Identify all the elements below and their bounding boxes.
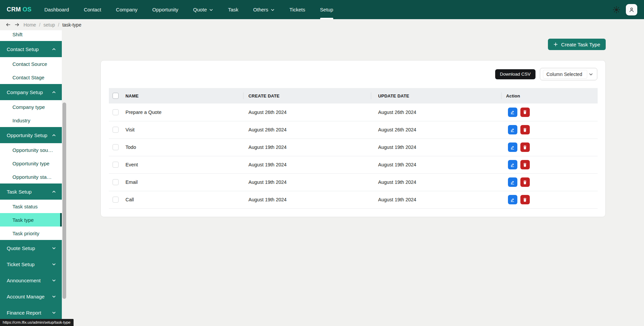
chevron-up-icon [52,190,56,194]
pencil-icon [510,197,515,202]
sidebar-item-contact-stage[interactable]: Contact Stage [0,71,62,84]
chevron-down-icon [52,246,56,250]
arrow-right-icon[interactable] [14,22,20,28]
edit-button[interactable] [508,195,517,204]
row-checkbox[interactable] [113,179,119,185]
chevron-down-icon [589,72,593,77]
delete-button[interactable] [520,177,530,187]
row-checkbox[interactable] [113,109,119,115]
nav-item-setup[interactable]: Setup [320,0,333,19]
sidebar-item-shift[interactable]: Shift [0,30,62,41]
task-type-card: Download CSV Column Selected NAME CREATE… [100,60,606,217]
select-all-checkbox[interactable] [113,93,119,99]
delete-button[interactable] [520,108,530,117]
nav-item-task[interactable]: Task [228,0,239,19]
theme-toggle-button[interactable] [612,5,621,14]
table-row: Prepare a Quote August 26th 2024 August … [109,104,598,121]
sidebar-item-opportunity-source[interactable]: Opportunity sou… [0,143,62,157]
task-type-name: Email [124,173,243,191]
delete-button[interactable] [520,195,530,204]
create-date: August 19th 2024 [243,138,371,156]
nav-item-dashboard[interactable]: Dashboard [44,0,69,19]
edit-button[interactable] [508,160,517,169]
nav-item-others[interactable]: Others [253,0,275,19]
main-panel: Create Task Type Download CSV Column Sel… [62,30,644,326]
chevron-down-icon [270,8,275,12]
status-url-tooltip: https://crm.lfix.us/admin/setup/task-typ… [0,319,74,326]
navbar-actions [612,0,637,19]
nav-item-contact[interactable]: Contact [84,0,101,19]
nav-item-opportunity[interactable]: Opportunity [152,0,178,19]
nav-item-quote[interactable]: Quote [193,0,213,19]
table-toolbar: Download CSV Column Selected [109,68,597,80]
sidebar-item-task-type[interactable]: Task type [0,213,62,227]
create-task-type-button[interactable]: Create Task Type [548,39,605,50]
nav-item-tickets[interactable]: Tickets [290,0,305,19]
sidebar-item-opportunity-type[interactable]: Opportunity type [0,157,62,170]
sidebar-scrollbar[interactable] [62,103,66,299]
sidebar-group-quote-setup[interactable]: Quote Setup [0,240,62,256]
breadcrumb-home[interactable]: Home [24,22,36,28]
sidebar-item-industry[interactable]: Industry [0,114,62,127]
delete-button[interactable] [520,125,530,134]
row-checkbox[interactable] [113,144,119,150]
column-selected-dropdown[interactable]: Column Selected [540,68,597,80]
delete-button[interactable] [520,142,530,152]
breadcrumb: Home / setup / task-type [0,19,644,30]
table-row: Visit August 26th 2024 August 26th 2024 [109,121,598,138]
pencil-icon [510,180,515,185]
trash-icon [522,197,527,202]
edit-button[interactable] [508,108,517,117]
row-checkbox[interactable] [113,162,119,168]
app-logo[interactable]: CRM OS [7,0,32,19]
sidebar-group-contact-setup[interactable]: Contact Setup [0,41,62,57]
edit-button[interactable] [508,125,517,134]
sidebar-group-announcement[interactable]: Announcement [0,272,62,288]
trash-icon [522,145,527,150]
chevron-down-icon [209,8,213,12]
sidebar-group-company-setup[interactable]: Company Setup [0,84,62,100]
sidebar-group-opportunity-setup[interactable]: Opportunity Setup [0,127,62,143]
sidebar-item-contact-source[interactable]: Contact Source [0,57,62,71]
logo-primary: CRM [7,6,21,13]
chevron-down-icon [52,311,56,315]
plus-icon [553,42,558,47]
sidebar-group-ticket-setup[interactable]: Ticket Setup [0,256,62,272]
chevron-up-icon [52,90,56,94]
sidebar-item-opportunity-stage[interactable]: Opportunity sta… [0,170,62,184]
breadcrumb-setup[interactable]: setup [43,22,55,28]
breadcrumb-separator: / [39,22,40,28]
row-checkbox[interactable] [113,127,119,133]
table-header-row: NAME CREATE DATE UPDATE DATE Action [109,88,598,104]
sidebar-item-task-priority[interactable]: Task priority [0,227,62,240]
arrow-left-icon[interactable] [5,22,11,28]
update-date: August 19th 2024 [371,191,501,208]
sidebar-item-task-status[interactable]: Task status [0,200,62,213]
row-checkbox[interactable] [113,197,119,203]
trash-icon [522,180,527,185]
edit-button[interactable] [508,177,517,187]
delete-button[interactable] [520,160,530,169]
download-csv-button[interactable]: Download CSV [495,69,535,79]
task-type-name: Call [124,191,243,208]
profile-button[interactable] [626,4,637,15]
pencil-icon [510,127,515,132]
trash-icon [522,127,527,132]
nav-item-company[interactable]: Company [116,0,137,19]
pencil-icon [510,162,515,167]
chevron-up-icon [52,133,56,137]
pencil-icon [510,145,515,150]
task-type-name: Visit [124,121,243,138]
update-date: August 26th 2024 [371,104,501,121]
create-date: August 19th 2024 [243,173,371,191]
column-header-update-date: UPDATE DATE [371,88,501,104]
sidebar-group-account-manage[interactable]: Account Manage [0,288,62,304]
sidebar-group-task-setup[interactable]: Task Setup [0,184,62,200]
edit-button[interactable] [508,142,517,152]
sidebar-item-company-type[interactable]: Company type [0,100,62,114]
task-type-name: Prepare a Quote [124,104,243,121]
chevron-down-icon [52,278,56,283]
breadcrumb-separator: / [58,22,59,28]
sidebar-group-finance-report[interactable]: Finance Report [0,304,62,321]
create-date: August 26th 2024 [243,104,371,121]
